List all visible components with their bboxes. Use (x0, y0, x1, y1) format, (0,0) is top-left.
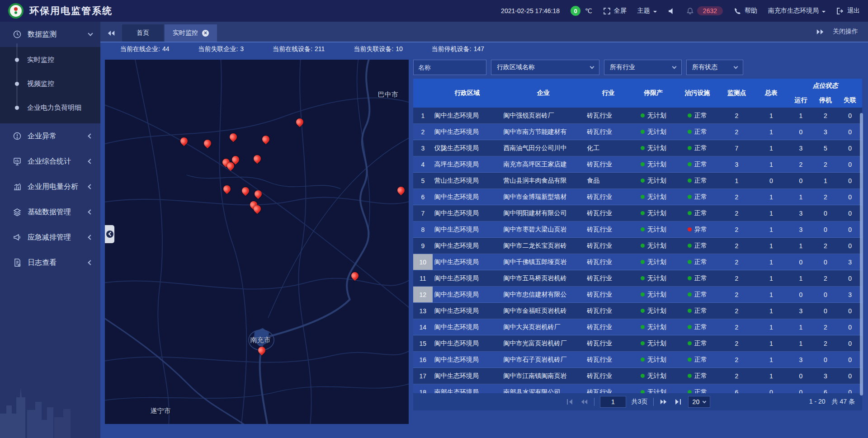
table-row[interactable]: 10阆中生态环境局阆中千佛镇五郎垭页岩砖瓦行业无计划正常21003 (413, 254, 862, 270)
status-dot-normal (688, 179, 692, 183)
cell-production_limit: 无计划 (632, 108, 675, 123)
map-panel[interactable]: 巴中市南充市遂宁市 (105, 60, 409, 424)
name-filter-input[interactable] (413, 60, 486, 75)
table-row[interactable]: 16阆中生态环境局阆中市石子页岩机砖厂砖瓦行业无计划正常21300 (413, 352, 862, 368)
table-row[interactable]: 1阆中生态环境局阆中强锐页岩砖厂砖瓦行业无计划正常21120 (413, 108, 862, 124)
logout-label: 退出 (847, 7, 860, 15)
table-panel: 行政区域名称 所有行业 所有状态 行政区域企业行业停限产治污设施监测点总表点位状… (413, 60, 862, 438)
row-number: 12 (413, 287, 433, 302)
table-row[interactable]: 7阆中生态环境局阆中明阳建材有限公司砖瓦行业无计划正常21300 (413, 205, 862, 221)
page-size-select[interactable]: 20 (688, 396, 711, 408)
cell-region: 高坪生态环境局 (433, 156, 502, 172)
sidebar-subitem[interactable]: 企业电力负荷明细 (0, 96, 100, 120)
sidebar-item[interactable]: 基础数据管理 (0, 199, 100, 225)
table-row[interactable]: 9阆中生态环境局阆中市二龙长宝页岩砖砖瓦行业无计划正常21120 (413, 238, 862, 254)
tab-首页[interactable]: 首页 (122, 24, 164, 42)
cell-industry: 化工 (585, 140, 631, 156)
next-page-button[interactable] (659, 398, 668, 405)
notifications-button[interactable]: 2632 (686, 6, 723, 15)
table-row[interactable]: 4高坪生态环境局南充市高坪区王家店建砖瓦行业无计划正常31220 (413, 156, 862, 173)
sidebar-item[interactable]: 应急减排管理 (0, 225, 100, 250)
table-row[interactable]: 8阆中生态环境局阆中市枣碧大梁山页岩砖瓦行业无计划异常21300 (413, 221, 862, 238)
cell-running: 3 (788, 352, 813, 367)
status-dot-normal (641, 113, 645, 118)
table-row[interactable]: 13阆中生态环境局阆中市金福旺页岩机砖砖瓦行业无计划正常21300 (413, 303, 862, 319)
first-page-button[interactable] (565, 398, 574, 405)
previous-page-button[interactable] (580, 398, 589, 405)
cell-lost: 0 (838, 384, 862, 393)
table-row[interactable]: 14阆中生态环境局阆中大兴页岩机砖厂砖瓦行业无计划正常21120 (413, 319, 862, 335)
cell-facility: 正常 (675, 270, 719, 286)
fullscreen-button[interactable]: 全屏 (603, 7, 627, 15)
table-row[interactable]: 6阆中生态环境局阆中市金博瑞新型墙材砖瓦行业无计划正常21120 (413, 189, 862, 205)
cell-industry: 砖瓦行业 (585, 335, 631, 351)
cell-stopped: 2 (813, 156, 838, 172)
sidebar-subitem[interactable]: 视频监控 (0, 72, 100, 96)
cell-region: 南部生态环境局 (433, 384, 502, 393)
status-filter-value: 所有状态 (692, 63, 717, 71)
sidebar-item[interactable]: 企业综合统计 (0, 149, 100, 174)
cell-running: 0 (788, 254, 813, 270)
map-collapse-toggle[interactable] (105, 225, 114, 243)
table-row[interactable]: 2阆中生态环境局阆中市南方节能建材有砖瓦行业无计划正常21030 (413, 124, 862, 140)
table-row[interactable]: 18南部生态环境局南部县水泥有限公司砖瓦行业无计划正常60060 (413, 384, 862, 393)
cell-meters: 1 (754, 108, 788, 123)
cell-stopped: 2 (813, 238, 838, 254)
status-text: 无计划 (647, 226, 666, 234)
status-text: 正常 (694, 323, 707, 331)
region-filter-select[interactable]: 行政区域名称 (491, 60, 599, 75)
cell-production_limit: 无计划 (632, 352, 675, 367)
page-number-input[interactable] (600, 396, 626, 408)
scrollbar-thumb[interactable] (860, 113, 863, 396)
table-row[interactable]: 11阆中生态环境局阆中市五马桥页岩机砖砖瓦行业无计划正常21120 (413, 270, 862, 287)
cell-stopped: 0 (813, 303, 838, 319)
app-logo (8, 3, 24, 19)
logout-button[interactable]: 退出 (836, 7, 860, 15)
cell-meters: 1 (754, 352, 788, 367)
table-row[interactable]: 5营山生态环境局营山县润丰肉食品有限食品无计划正常10010 (413, 173, 862, 189)
org-dropdown[interactable]: 南充市生态环境局 (768, 7, 826, 15)
row-number: 13 (413, 303, 433, 319)
record-range-label: 1 - 20 (809, 398, 826, 406)
table-row[interactable]: 12阆中生态环境局阆中市忠信建材有限公砖瓦行业无计划正常21003 (413, 287, 862, 303)
cell-meters: 1 (754, 303, 788, 319)
help-button[interactable]: 帮助 (734, 7, 757, 15)
status-filter-select[interactable]: 所有状态 (686, 60, 743, 75)
tabs-scroll-left-button[interactable] (100, 24, 122, 42)
status-dot-normal (688, 390, 692, 393)
table-row[interactable]: 17阆中生态环境局阆中市江南镇阆南页岩砖瓦行业无计划正常21030 (413, 368, 862, 384)
sidebar-item[interactable]: 企业用电量分析 (0, 174, 100, 199)
theme-dropdown[interactable]: 主题 (637, 7, 657, 15)
chevron-down-icon (822, 11, 826, 14)
cell-company: 阆中市枣碧大梁山页岩 (502, 221, 585, 237)
column-header: 行政区域 (433, 79, 502, 108)
cell-stopped: 2 (813, 270, 838, 286)
cell-company: 南充市高坪区王家店建 (502, 156, 585, 172)
cell-running: 0 (788, 173, 813, 188)
chevron-left-icon (88, 184, 93, 189)
sidebar-item[interactable]: 日志查看 (0, 250, 100, 275)
industry-filter-select[interactable]: 所有行业 (604, 60, 682, 75)
sidebar-subitem-label: 视频监控 (27, 80, 54, 88)
tab-实时监控[interactable]: 实时监控× (165, 24, 217, 42)
tabs-container: 首页实时监控× (122, 24, 218, 42)
main-layout: 数据监测实时监控视频监控企业电力负荷明细企业异常企业综合统计企业用电量分析基础数… (0, 22, 868, 438)
close-icon[interactable]: × (202, 30, 209, 37)
last-page-button[interactable] (674, 398, 683, 405)
cell-meters: 1 (754, 238, 788, 254)
table-row[interactable]: 3仪陇生态环境局西南油气田分公司川中化工无计划正常71350 (413, 140, 862, 156)
fullscreen-icon (603, 7, 611, 15)
status-dot-normal (688, 130, 692, 134)
close-operations-button[interactable]: 关闭操作 (833, 28, 858, 36)
sidebar-item[interactable]: 企业异常 (0, 123, 100, 149)
mute-button[interactable] (668, 7, 675, 15)
table-row[interactable]: 15阆中生态环境局阆中市光富页岩机砖厂砖瓦行业无计划正常21120 (413, 335, 862, 352)
sidebar-item[interactable]: 数据监测 (0, 22, 100, 47)
sidebar-subitem[interactable]: 实时监控 (0, 48, 100, 72)
sidebar-nav: 数据监测实时监控视频监控企业电力负荷明细企业异常企业综合统计企业用电量分析基础数… (0, 22, 100, 438)
alert-circle-icon (13, 132, 22, 141)
cell-lost: 0 (838, 221, 862, 237)
tabs-scroll-right-button[interactable] (815, 23, 826, 40)
column-header: 企业 (502, 79, 585, 108)
cell-region: 阆中生态环境局 (433, 238, 502, 254)
